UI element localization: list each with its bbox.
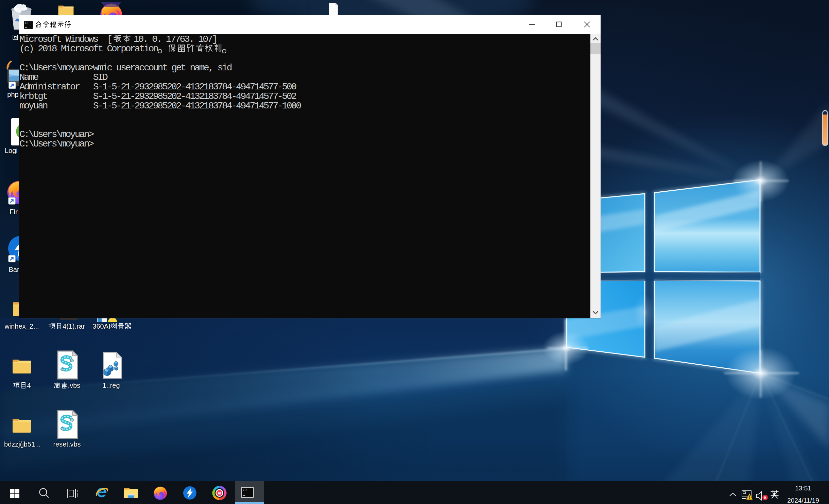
svg-text:C:\: C:\ — [243, 489, 247, 491]
svg-text:C:\: C:\ — [25, 22, 28, 24]
svg-text:AI: AI — [218, 491, 221, 495]
